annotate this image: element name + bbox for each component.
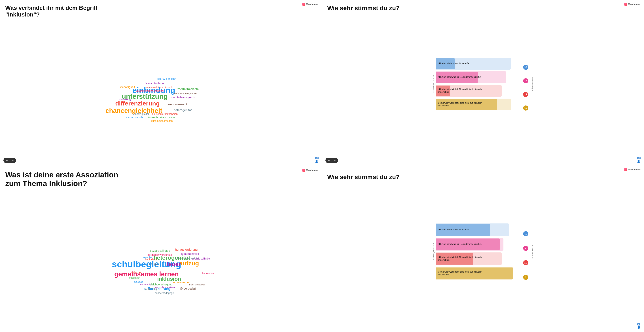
y-axis-left-tr: Stimme gar nicht zu [432, 75, 434, 93]
word-item: jeder wie er kann [157, 78, 176, 80]
word-item: nachteilsausgleich [171, 96, 195, 99]
mentimeter-text-bl: Mentimeter [306, 169, 318, 172]
chart-rows-br: Inklusion wird mich nicht betreffen.3.5I… [436, 223, 530, 280]
word-item: empowerment [168, 103, 187, 106]
chart-row: Inklusion hat etwas mit Behinderungen zu… [436, 71, 530, 84]
y-axis-right-br: Stimme sehr zu [532, 245, 534, 258]
panel-bottom-right: Mentimeter Wie sehr stimmst du zu? Stimm… [322, 166, 644, 332]
nav-controls-top-right[interactable]: ← | → [326, 158, 338, 163]
word-item: konvention [202, 272, 214, 274]
chart-row: Inklusion ist schädlich für den Unterric… [436, 84, 530, 98]
panel-top-left-title: Was verbindet ihr mit dem Begriff "Inklu… [5, 5, 121, 18]
word-item: notwendig [140, 283, 151, 285]
nav-prev-tr[interactable]: ← [328, 159, 330, 162]
person-icon-tr: 👤 [637, 160, 640, 163]
word-item: diskriminierungssensibel [136, 90, 164, 92]
word-item: expertise [143, 256, 152, 258]
chart-row: Die Schulen/Lehrkräfte sind nicht auf In… [436, 266, 530, 280]
mentimeter-text-br: Mentimeter [628, 168, 640, 171]
mentimeter-text-tr: Mentimeter [628, 3, 640, 6]
panel-top-right: Mentimeter Wie sehr stimmst du zu? Stimm… [322, 0, 644, 166]
word-item: anspruchsvoll [181, 252, 199, 256]
word-cloud-top-left: einbindungunterstützungdifferenzierungch… [5, 20, 317, 163]
chart-row-label: Inklusion ist schädlich für den Unterric… [436, 87, 486, 94]
word-cloud-bottom-left: schulbegleitunggemeinsames lernenheterog… [5, 190, 317, 322]
person-icon-br: 👤 [637, 326, 640, 329]
word-item: hwk [154, 263, 158, 265]
word-item: menschenrecht [126, 116, 144, 119]
word-item: teuer [166, 261, 181, 267]
chart-row-label: Die Schulen/Lehrkräfte sind nicht auf In… [436, 270, 486, 277]
chart-row-label: Die Schulen/Lehrkräfte sind nicht auf In… [436, 101, 486, 108]
word-item: spf [148, 263, 152, 265]
participants-top-right: 12 👤 [637, 157, 640, 163]
score-bubble: 2.5 [523, 260, 528, 265]
word-item: solziale teilhabe [192, 257, 210, 260]
chart-rows-tr: Inklusion wird mich nicht betreffen1.3In… [436, 57, 530, 111]
word-item: förderbedarf [180, 287, 196, 290]
chart-row-label: Inklusion ist schädlich für den Unterric… [436, 255, 486, 262]
score-bubble: 3.8 [523, 105, 528, 111]
word-item: alle schüler mitnehmen [152, 113, 178, 115]
participants-count-br: 4 [637, 323, 640, 325]
chart-area-br: Stimme gar nicht zu Inklusion wird mich … [327, 182, 639, 321]
mentimeter-icon [302, 3, 305, 6]
mentimeter-text: Mentimeter [306, 3, 318, 6]
word-item: aufwendig [145, 288, 157, 290]
word-item: unterrichtsmerkmal [154, 286, 175, 289]
participants-top-left: 12 👤 [315, 157, 318, 163]
chart-row: Inklusion hat etwas mit Behinderungen zu… [436, 237, 530, 252]
word-item: vielfältigkeit [120, 86, 135, 89]
mentimeter-logo-top-right: Mentimeter [624, 3, 640, 6]
nav-controls-top-left[interactable]: ← | → [4, 158, 16, 163]
nav-divider-top-left: | [10, 159, 10, 162]
chart-row-label: Inklusion wird mich nicht betreffen [436, 61, 472, 66]
panel-top-right-title: Wie sehr stimmst du zu? [327, 5, 639, 12]
chart-row: Inklusion wird mich nicht betreffen.3.5 [436, 223, 530, 237]
chart-area-top-right: Stimme gar nicht zu Inklusion wird mich … [327, 14, 639, 154]
panel-top-left: Mentimeter Was verbindet ihr mit dem Beg… [0, 0, 322, 166]
word-item: rücksichtnahme [144, 82, 164, 85]
mentimeter-logo-bl: Mentimeter [302, 169, 318, 172]
score-bubble: 3.5 [523, 231, 528, 236]
mentimeter-icon-br [624, 168, 627, 171]
word-item: sonderpädagogin [155, 292, 174, 294]
mentimeter-icon-tr [624, 3, 627, 6]
word-item: teilhabe [130, 271, 141, 274]
participants-count-tr: 12 [637, 157, 640, 159]
chart-row-label: Inklusion wird mich nicht betreffen. [436, 228, 472, 232]
participants-bottom-right: 4 👤 [637, 323, 640, 329]
word-item: aufzug [179, 260, 199, 267]
mentimeter-logo-br: Mentimeter [624, 168, 640, 171]
word-item: förderung [119, 98, 131, 101]
word-item: einbezug aller [133, 113, 149, 115]
word-item: insel und anker [189, 283, 205, 286]
nav-next-tr[interactable]: → [334, 159, 336, 162]
chart-row-label: Inklusion hat etwas mit Behinderungen zu… [436, 75, 483, 79]
word-item: differenzierung [115, 100, 160, 107]
chart-row-label: Inklusion hat etwas mit Behinderungen zu… [436, 242, 483, 246]
word-item: zusammenarbeiten [151, 120, 172, 122]
word-item: barrierefreiheit [172, 281, 190, 284]
word-item: förderbedarfe [178, 88, 199, 91]
score-bubble: 1.3 [523, 65, 528, 70]
nav-prev-top-left[interactable]: ← [6, 159, 8, 162]
score-bubble: 1.1 [523, 92, 528, 97]
word-item: soziale teilhabe [150, 249, 170, 252]
chart-row: Inklusion ist schädlich für den Unterric… [436, 252, 530, 266]
score-bubble: 5 [523, 275, 528, 280]
word-item: nicht nur integrieren [174, 92, 197, 95]
score-bubble: 4 [523, 246, 528, 251]
panel-bottom-left-title: Was ist deine erste Assoziation zum Them… [5, 171, 128, 188]
word-item: gleichberechtigung [150, 283, 172, 286]
person-icon-top-left: 👤 [315, 160, 318, 163]
word-item: heterogenität [174, 109, 192, 112]
y-axis-left-br: Stimme gar nicht zu [432, 243, 434, 260]
mentimeter-logo-top-left: Mentimeter [302, 3, 318, 6]
word-item: behinderte [145, 258, 157, 261]
nav-next-top-left[interactable]: → [12, 159, 14, 162]
word-cloud-inner-bl: schulbegleitunggemeinsames lernenheterog… [105, 228, 217, 284]
panel-bottom-right-title: Wie sehr stimmst du zu? [327, 174, 639, 181]
word-item: bürokratie rattenschwanz [147, 116, 175, 119]
word-item: dekonstruktion v hierarch [146, 86, 172, 88]
